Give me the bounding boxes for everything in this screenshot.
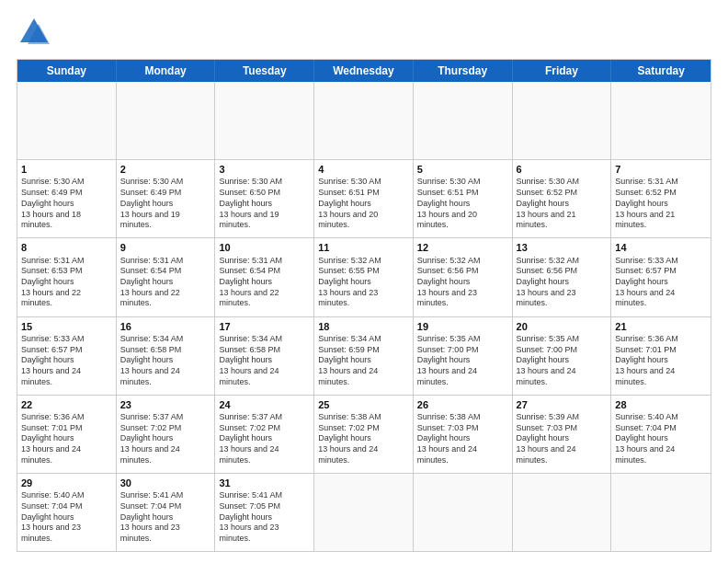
sunset: Sunset: 7:04 PM (615, 423, 677, 432)
daylight-label: Daylight hours (318, 433, 371, 442)
daylight-hours: 13 hours and 24 minutes. (318, 444, 378, 465)
calendar-week-1: 1 Sunrise: 5:30 AM Sunset: 6:49 PM Dayli… (17, 160, 711, 238)
calendar-cell (513, 474, 612, 551)
sunrise: Sunrise: 5:40 AM (615, 412, 678, 421)
day-number: 13 (517, 241, 608, 254)
sunset: Sunset: 7:02 PM (219, 423, 280, 432)
sunset: Sunset: 6:54 PM (120, 266, 182, 275)
sunset: Sunset: 6:56 PM (517, 266, 578, 275)
daylight-label: Daylight hours (219, 433, 272, 442)
sunrise: Sunrise: 5:41 AM (120, 490, 184, 500)
sunrise: Sunrise: 5:34 AM (219, 334, 282, 343)
sunset: Sunset: 6:57 PM (615, 266, 677, 275)
sunrise: Sunrise: 5:31 AM (219, 256, 282, 265)
header-thursday: Thursday (414, 60, 513, 82)
sunrise: Sunrise: 5:30 AM (417, 177, 481, 186)
calendar-week-2: 8 Sunrise: 5:31 AM Sunset: 6:53 PM Dayli… (17, 238, 711, 316)
sunset: Sunset: 6:50 PM (219, 188, 280, 197)
daylight-hours: 13 hours and 23 minutes. (517, 288, 576, 308)
day-number: 21 (615, 320, 707, 333)
daylight-hours: 13 hours and 19 minutes. (219, 210, 279, 230)
header-wednesday: Wednesday (314, 60, 414, 82)
daylight-label: Daylight hours (120, 355, 174, 364)
calendar-week-3: 15 Sunrise: 5:33 AM Sunset: 6:57 PM Dayl… (17, 317, 711, 396)
logo-icon (17, 15, 51, 50)
day-number: 5 (417, 163, 508, 176)
sunset: Sunset: 6:56 PM (417, 266, 479, 275)
sunrise: Sunrise: 5:31 AM (120, 256, 184, 265)
day-number: 15 (21, 320, 112, 333)
day-number: 3 (219, 163, 310, 176)
day-number: 14 (615, 241, 707, 254)
sunset: Sunset: 6:51 PM (318, 188, 380, 197)
sunset: Sunset: 6:59 PM (318, 345, 380, 354)
daylight-hours: 13 hours and 24 minutes. (120, 444, 180, 465)
calendar-cell: 7 Sunrise: 5:31 AM Sunset: 6:52 PM Dayli… (611, 160, 711, 237)
sunrise: Sunrise: 5:36 AM (21, 412, 85, 421)
sunset: Sunset: 6:58 PM (120, 345, 182, 354)
sunset: Sunset: 6:57 PM (21, 345, 83, 354)
sunset: Sunset: 6:51 PM (417, 188, 479, 197)
daylight-hours: 13 hours and 22 minutes. (219, 288, 279, 308)
daylight-hours: 13 hours and 21 minutes. (615, 210, 675, 230)
header-friday: Friday (513, 60, 612, 82)
sunrise: Sunrise: 5:37 AM (219, 412, 282, 421)
day-number: 22 (21, 398, 112, 411)
sunrise: Sunrise: 5:30 AM (120, 177, 184, 186)
calendar-cell (414, 474, 513, 551)
day-number: 27 (517, 398, 608, 411)
daylight-label: Daylight hours (120, 433, 174, 442)
day-number: 23 (120, 398, 211, 411)
calendar-cell: 19 Sunrise: 5:35 AM Sunset: 7:00 PM Dayl… (414, 317, 513, 395)
day-number: 2 (120, 163, 211, 176)
daylight-label: Daylight hours (417, 277, 471, 286)
sunrise: Sunrise: 5:30 AM (517, 177, 580, 186)
sunset: Sunset: 7:04 PM (120, 501, 182, 511)
daylight-label: Daylight hours (615, 355, 668, 364)
daylight-label: Daylight hours (21, 199, 74, 208)
day-number: 6 (517, 163, 608, 176)
daylight-hours: 13 hours and 22 minutes. (21, 288, 81, 308)
daylight-label: Daylight hours (219, 199, 272, 208)
daylight-label: Daylight hours (615, 277, 668, 286)
sunset: Sunset: 7:03 PM (517, 423, 578, 432)
calendar-cell: 14 Sunrise: 5:33 AM Sunset: 6:57 PM Dayl… (611, 238, 711, 316)
daylight-label: Daylight hours (219, 512, 272, 522)
day-number: 8 (21, 241, 112, 254)
daylight-hours: 13 hours and 23 minutes. (417, 288, 477, 308)
calendar-cell: 18 Sunrise: 5:34 AM Sunset: 6:59 PM Dayl… (314, 317, 414, 395)
calendar-cell: 28 Sunrise: 5:40 AM Sunset: 7:04 PM Dayl… (611, 396, 711, 473)
day-number: 1 (21, 163, 112, 176)
calendar-cell: 16 Sunrise: 5:34 AM Sunset: 6:58 PM Dayl… (117, 317, 216, 395)
page: Sunday Monday Tuesday Wednesday Thursday… (0, 0, 728, 563)
sunrise: Sunrise: 5:33 AM (615, 256, 678, 265)
day-number: 11 (318, 241, 409, 254)
daylight-hours: 13 hours and 24 minutes. (219, 366, 279, 386)
daylight-hours: 13 hours and 23 minutes. (120, 523, 180, 543)
calendar-cell: 11 Sunrise: 5:32 AM Sunset: 6:55 PM Dayl… (314, 238, 414, 316)
sunset: Sunset: 6:53 PM (21, 266, 83, 275)
sunset: Sunset: 6:52 PM (615, 188, 677, 197)
sunrise: Sunrise: 5:34 AM (120, 334, 184, 343)
calendar-cell (314, 82, 414, 159)
sunrise: Sunrise: 5:30 AM (318, 177, 381, 186)
daylight-hours: 13 hours and 24 minutes. (615, 366, 675, 386)
calendar-cell: 13 Sunrise: 5:32 AM Sunset: 6:56 PM Dayl… (513, 238, 612, 316)
sunrise: Sunrise: 5:41 AM (219, 490, 282, 500)
daylight-label: Daylight hours (318, 355, 371, 364)
calendar-header: Sunday Monday Tuesday Wednesday Thursday… (17, 60, 711, 82)
daylight-label: Daylight hours (517, 433, 570, 442)
sunset: Sunset: 7:03 PM (417, 423, 479, 432)
sunset: Sunset: 7:00 PM (517, 345, 578, 354)
daylight-label: Daylight hours (517, 277, 570, 286)
daylight-label: Daylight hours (120, 277, 174, 286)
daylight-label: Daylight hours (517, 355, 570, 364)
calendar-cell: 9 Sunrise: 5:31 AM Sunset: 6:54 PM Dayli… (117, 238, 216, 316)
header-saturday: Saturday (611, 60, 711, 82)
daylight-hours: 13 hours and 22 minutes. (120, 288, 180, 308)
calendar-week-0 (17, 82, 711, 160)
daylight-label: Daylight hours (219, 355, 272, 364)
calendar-cell (314, 474, 414, 551)
day-number: 12 (417, 241, 508, 254)
sunrise: Sunrise: 5:35 AM (417, 334, 481, 343)
